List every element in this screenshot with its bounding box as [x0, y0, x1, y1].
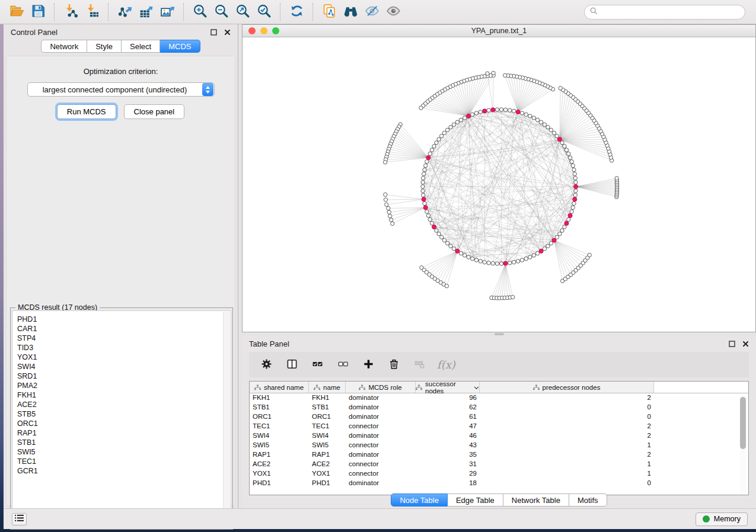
- tab-select[interactable]: Select: [122, 40, 160, 53]
- mcds-result-item[interactable]: PMA2: [17, 381, 231, 390]
- table-row[interactable]: RAP1RAP1dominator352: [250, 450, 748, 460]
- cell[interactable]: RAP1: [250, 450, 309, 460]
- network-canvas[interactable]: [243, 37, 755, 332]
- cell[interactable]: 1: [480, 469, 654, 479]
- mcds-result-item[interactable]: STB1: [17, 438, 231, 447]
- table-row[interactable]: SWI5SWI5connector431: [250, 441, 748, 450]
- cell[interactable]: ORC1: [309, 412, 346, 422]
- cell[interactable]: 2: [480, 450, 654, 460]
- cell[interactable]: dominator: [346, 479, 416, 488]
- scrollbar-thumb[interactable]: [740, 397, 746, 449]
- cell[interactable]: 18: [416, 479, 480, 488]
- export-image-button[interactable]: [157, 2, 178, 22]
- tab-motifs[interactable]: Motifs: [569, 493, 607, 507]
- cell[interactable]: YOX1: [250, 469, 309, 479]
- search-input[interactable]: [601, 8, 739, 17]
- table-options-button[interactable]: [259, 357, 274, 373]
- close-window-icon[interactable]: [248, 27, 256, 34]
- delete-table-button[interactable]: [412, 357, 427, 373]
- column-header-MCDS-role[interactable]: MCDS role: [346, 382, 416, 393]
- cell[interactable]: 1: [480, 460, 654, 469]
- table-scrollbar[interactable]: [740, 396, 746, 495]
- cell[interactable]: 35: [416, 450, 480, 460]
- mcds-result-item[interactable]: SRD1: [17, 371, 231, 381]
- cell[interactable]: 46: [416, 431, 480, 441]
- hide-selected-button[interactable]: [361, 2, 382, 22]
- float-panel-icon[interactable]: [210, 29, 217, 36]
- mcds-result-item[interactable]: PHD1: [17, 315, 231, 324]
- mcds-result-item[interactable]: ACE2: [17, 400, 231, 409]
- table-row[interactable]: STB1STB1dominator620: [250, 403, 748, 412]
- cell[interactable]: PHD1: [309, 479, 346, 488]
- table-row[interactable]: TEC1TEC1connector472: [250, 422, 748, 431]
- cell[interactable]: 43: [416, 441, 480, 450]
- column-header-predecessor-nodes[interactable]: predecessor nodes: [480, 382, 654, 393]
- cell[interactable]: SWI4: [309, 431, 346, 441]
- select-all-rows-button[interactable]: [310, 357, 325, 373]
- table-row[interactable]: YOX1YOX1connector291: [250, 469, 748, 479]
- list-scrollbar[interactable]: [223, 312, 230, 527]
- maximize-window-icon[interactable]: [272, 27, 279, 34]
- cell[interactable]: FKH1: [309, 393, 346, 403]
- cell[interactable]: 62: [416, 403, 480, 412]
- cell[interactable]: SWI5: [309, 441, 346, 450]
- task-history-button[interactable]: [12, 513, 27, 525]
- tab-style[interactable]: Style: [87, 40, 122, 53]
- cell[interactable]: 61: [416, 412, 480, 422]
- cell[interactable]: 96: [416, 393, 480, 403]
- mcds-result-item[interactable]: STB5: [17, 409, 231, 419]
- tab-edge-table[interactable]: Edge Table: [448, 493, 503, 507]
- find-button[interactable]: [340, 2, 361, 22]
- show-columns-button[interactable]: [284, 357, 299, 373]
- cell[interactable]: connector: [346, 422, 416, 431]
- table-row[interactable]: ORC1ORC1dominator610: [250, 412, 748, 422]
- cell[interactable]: SWI5: [250, 441, 309, 450]
- cell[interactable]: dominator: [346, 403, 416, 412]
- save-session-button[interactable]: [27, 2, 49, 22]
- cell[interactable]: FKH1: [250, 393, 309, 403]
- cell[interactable]: 29: [416, 469, 480, 479]
- minimize-window-icon[interactable]: [260, 27, 267, 34]
- cell[interactable]: dominator: [346, 393, 416, 403]
- cell[interactable]: ACE2: [309, 460, 346, 469]
- cell[interactable]: ORC1: [250, 412, 309, 422]
- mcds-result-item[interactable]: TEC1: [17, 457, 231, 466]
- table-row[interactable]: PHD1PHD1dominator180: [250, 479, 748, 488]
- cell[interactable]: TEC1: [250, 422, 309, 431]
- cell[interactable]: 31: [416, 460, 480, 469]
- network-window-titlebar[interactable]: YPA_prune.txt_1: [243, 25, 755, 37]
- mcds-result-item[interactable]: FKH1: [17, 390, 231, 400]
- cell[interactable]: dominator: [346, 431, 416, 441]
- table-row[interactable]: ACE2ACE2connector311: [250, 460, 748, 469]
- mcds-result-list[interactable]: PHD1CAR1STP4TID3YOX1SWI4SRD1PMA2FKH1ACE2…: [12, 310, 231, 528]
- show-all-button[interactable]: [382, 2, 404, 22]
- cell[interactable]: 0: [480, 412, 654, 422]
- criterion-dropdown[interactable]: largest connected component (undirected): [27, 82, 215, 97]
- mcds-result-item[interactable]: SWI5: [17, 447, 231, 457]
- import-network-button[interactable]: [60, 2, 81, 22]
- cell[interactable]: 2: [480, 393, 654, 403]
- cell[interactable]: RAP1: [309, 450, 346, 460]
- clone-network-button[interactable]: [318, 2, 340, 22]
- cell[interactable]: 0: [480, 403, 654, 412]
- open-file-button[interactable]: [6, 2, 27, 22]
- column-header-shared-name[interactable]: shared name: [250, 382, 309, 393]
- apply-layout-button[interactable]: [286, 2, 307, 22]
- function-builder-button[interactable]: f(x): [437, 358, 455, 371]
- mcds-result-item[interactable]: CAR1: [17, 324, 231, 334]
- close-panel-icon[interactable]: [742, 341, 749, 347]
- mcds-result-item[interactable]: RAP1: [17, 428, 231, 438]
- run-mcds-button[interactable]: Run MCDS: [57, 104, 116, 119]
- cell[interactable]: STB1: [250, 403, 309, 412]
- tab-node-table[interactable]: Node Table: [391, 493, 448, 507]
- export-network-button[interactable]: [114, 2, 135, 22]
- cell[interactable]: 1: [480, 441, 654, 450]
- column-header-successor-nodes[interactable]: successor nodes: [416, 382, 480, 393]
- deselect-all-rows-button[interactable]: [335, 357, 350, 373]
- cell[interactable]: 47: [416, 422, 480, 431]
- table-row[interactable]: SWI4SWI4dominator462: [250, 431, 748, 441]
- mcds-result-item[interactable]: ORC1: [17, 419, 231, 428]
- delete-rows-button[interactable]: [386, 357, 401, 373]
- tab-network[interactable]: Network: [41, 40, 87, 53]
- mcds-result-item[interactable]: GCR1: [17, 466, 231, 476]
